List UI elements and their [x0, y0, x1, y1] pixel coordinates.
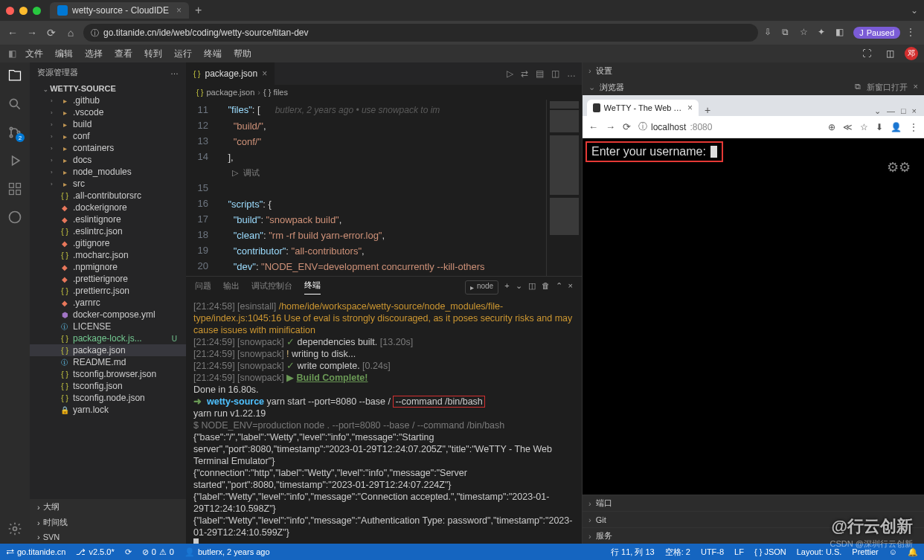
- menu-select[interactable]: 选择: [80, 48, 107, 60]
- ib-new-tab[interactable]: +: [699, 104, 716, 116]
- ib-zoom-icon[interactable]: ⊕: [828, 122, 835, 132]
- panel-tab-output[interactable]: 输出: [223, 280, 240, 295]
- minimize-window[interactable]: [19, 7, 28, 15]
- blame-status[interactable]: 👤 butlerx, 2 years ago: [185, 547, 270, 557]
- feedback-icon[interactable]: ☺: [889, 547, 897, 556]
- browser-tab[interactable]: wetty-source - CloudIDE ×: [50, 2, 189, 19]
- terminal-dropdown[interactable]: ⌄: [516, 281, 522, 294]
- file-LICENSE[interactable]: 🛈LICENSE: [30, 321, 186, 332]
- section-timeline[interactable]: ›时间线: [30, 515, 186, 530]
- file-.all-contributorsrc[interactable]: { }.all-contributorsrc: [30, 190, 186, 202]
- explorer-icon[interactable]: [7, 68, 22, 83]
- ib-forward[interactable]: →: [606, 121, 615, 132]
- split-icon[interactable]: ◫: [551, 68, 559, 79]
- run-icon[interactable]: ▷: [507, 68, 513, 79]
- ib-share-icon[interactable]: ≪: [843, 122, 853, 132]
- rp-git[interactable]: ›Git: [583, 511, 924, 527]
- close-browser[interactable]: ×: [914, 82, 918, 93]
- address-bar[interactable]: ⓘ go.titanide.cn/ide/web/coding/wetty-so…: [83, 24, 758, 42]
- file-build[interactable]: ›▸build: [30, 118, 186, 130]
- file-package-lock.js...[interactable]: { }package-lock.js...U: [30, 332, 186, 344]
- file-.dockerignore[interactable]: ◆.dockerignore: [30, 202, 186, 213]
- eol-status[interactable]: LF: [734, 547, 744, 556]
- more-actions[interactable]: …: [567, 68, 576, 79]
- extensions-view-icon[interactable]: [7, 181, 22, 196]
- user-avatar[interactable]: 邓: [905, 47, 918, 60]
- search-icon[interactable]: [7, 97, 22, 112]
- file-.yarnrc[interactable]: ◆.yarnrc: [30, 297, 186, 309]
- breadcrumb-path[interactable]: { } files: [263, 88, 288, 97]
- ib-tab[interactable]: WeTTY - The Web Terminal ×: [587, 100, 699, 116]
- settings-icon[interactable]: [7, 521, 22, 536]
- file-node_modules[interactable]: ›▸node_modules: [30, 166, 186, 178]
- cursor-position[interactable]: 行 11, 列 13: [611, 547, 655, 558]
- ib-close-tab[interactable]: ×: [687, 103, 693, 113]
- menu-edit[interactable]: 编辑: [51, 48, 77, 60]
- prettier-status[interactable]: Prettier: [852, 547, 878, 556]
- menu-help[interactable]: 帮助: [229, 48, 256, 60]
- lang-status[interactable]: { } JSON: [754, 547, 786, 556]
- ib-caret-icon[interactable]: ⌄: [874, 106, 881, 116]
- file-docs[interactable]: ›▸docs: [30, 154, 186, 166]
- layout-icon[interactable]: ⛶: [858, 48, 876, 59]
- kill-terminal-icon[interactable]: 🗑: [542, 281, 550, 293]
- file-.vscode[interactable]: ›▸.vscode: [30, 106, 186, 118]
- file-.mocharc.json[interactable]: { }.mocharc.json: [30, 249, 186, 261]
- menu-view[interactable]: 查看: [110, 48, 137, 60]
- forward-button[interactable]: →: [25, 27, 39, 39]
- diff-icon[interactable]: ⇄: [521, 68, 528, 79]
- encoding-status[interactable]: UTF-8: [701, 547, 724, 556]
- git-branch[interactable]: ⎇ v2.5.0*: [76, 547, 114, 557]
- workspace-root[interactable]: ⌄ WETTY-SOURCE: [30, 83, 186, 94]
- open-external-icon[interactable]: ⧉: [855, 82, 861, 93]
- breadcrumb-file[interactable]: package.json: [206, 88, 254, 97]
- close-editor-tab[interactable]: ×: [262, 68, 267, 79]
- indent-status[interactable]: 空格: 2: [665, 547, 690, 558]
- sidepanel-icon[interactable]: ◧: [835, 27, 847, 39]
- ib-close[interactable]: ×: [912, 106, 917, 116]
- tabs-dropdown[interactable]: ⌄: [911, 5, 918, 16]
- remote-indicator[interactable]: ⮂ go.titanide.cn: [6, 547, 65, 556]
- file-conf[interactable]: ›▸conf: [30, 130, 186, 142]
- close-panel[interactable]: ×: [568, 281, 573, 293]
- code-content[interactable]: "files": [butlerx, 2 years ago • use sno…: [217, 100, 546, 276]
- rp-settings[interactable]: ›设置: [583, 62, 924, 79]
- menu-file[interactable]: 文件: [21, 48, 48, 60]
- terminal-shell-select[interactable]: ▸ node: [465, 280, 498, 295]
- preview-icon[interactable]: ▤: [536, 68, 544, 79]
- file-tsconfig.node.json[interactable]: { }tsconfig.node.json: [30, 392, 186, 404]
- file-docker-compose.yml[interactable]: ⬢docker-compose.yml: [30, 309, 186, 321]
- scm-icon[interactable]: 2: [7, 125, 22, 140]
- terminal-page[interactable]: Enter your username: ⚙⚙: [583, 138, 924, 495]
- panel-toggle-icon[interactable]: ◫: [882, 48, 899, 59]
- menu-terminal[interactable]: 终端: [199, 48, 226, 60]
- menu-run[interactable]: 运行: [170, 48, 196, 60]
- split-terminal-icon[interactable]: ◫: [528, 281, 536, 294]
- file-tsconfig.browser.json[interactable]: { }tsconfig.browser.json: [30, 368, 186, 380]
- problems-status[interactable]: ⊘ 0 ⚠ 0: [142, 547, 174, 557]
- ib-back[interactable]: ←: [588, 121, 598, 132]
- panel-tab-problems[interactable]: 问题: [195, 280, 211, 295]
- bookmark-icon[interactable]: ☆: [800, 27, 812, 39]
- file-package.json[interactable]: { }package.json: [30, 344, 186, 356]
- sync-status[interactable]: ⟳: [125, 547, 132, 557]
- file-.gitignore[interactable]: ◆.gitignore: [30, 237, 186, 249]
- file-.npmignore[interactable]: ◆.npmignore: [30, 261, 186, 273]
- file-.eslintignore[interactable]: ◆.eslintignore: [30, 213, 186, 225]
- file-.eslintrc.json[interactable]: { }.eslintrc.json: [30, 225, 186, 237]
- file-yarn.lock[interactable]: 🔒yarn.lock: [30, 404, 186, 416]
- reload-button[interactable]: ⟳: [45, 27, 58, 39]
- ib-reload[interactable]: ⟳: [623, 121, 631, 132]
- share-icon[interactable]: ⧉: [782, 27, 794, 39]
- ib-maximize[interactable]: □: [901, 106, 906, 116]
- extensions-icon[interactable]: ✦: [818, 27, 830, 39]
- file-.github[interactable]: ›▸.github: [30, 94, 186, 106]
- ib-download-icon[interactable]: ⬇: [876, 122, 883, 132]
- debug-icon[interactable]: [7, 153, 22, 168]
- sidebar-more[interactable]: …: [170, 67, 179, 78]
- rp-browser[interactable]: ⌄浏览器 ⧉ 新窗口打开 ×: [583, 79, 924, 95]
- editor-tab-package[interactable]: { } package.json ×: [186, 62, 275, 85]
- info-icon[interactable]: ⓘ: [638, 120, 647, 133]
- menu-go[interactable]: 转到: [140, 48, 167, 60]
- panel-tab-debug[interactable]: 调试控制台: [251, 280, 292, 295]
